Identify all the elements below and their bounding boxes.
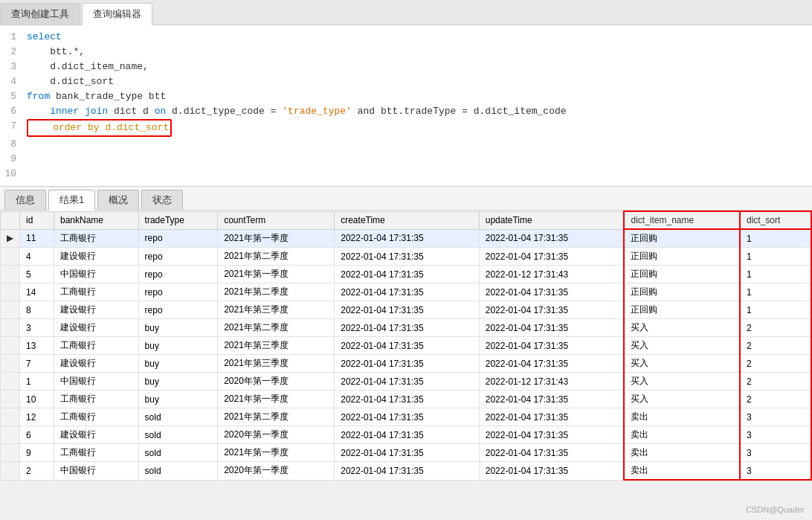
table-row[interactable]: ▶11工商银行repo2021年第一季度2022-01-04 17:31:352…: [1, 229, 812, 248]
table-cell: 建设银行: [54, 426, 138, 444]
table-cell: 2022-01-04 17:31:35: [335, 266, 480, 283]
table-cell: 2022-01-04 17:31:35: [479, 408, 624, 426]
table-row[interactable]: 13工商银行buy2021年第三季度2022-01-04 17:31:35202…: [1, 337, 812, 355]
table-row[interactable]: 2中国银行sold2020年第一季度2022-01-04 17:31:35202…: [1, 462, 812, 481]
table-cell: sold: [138, 426, 218, 444]
tab-query-editor[interactable]: 查询编辑器: [82, 3, 152, 25]
table-cell: 建设银行: [54, 355, 138, 373]
table-cell: 1: [740, 283, 811, 301]
table-cell: 5: [20, 266, 54, 283]
col-indicator: [1, 211, 20, 229]
table-cell: 2020年第一季度: [218, 373, 335, 391]
table-cell: 2022-01-04 17:31:35: [335, 319, 480, 337]
table-cell: buy: [138, 337, 218, 355]
table-cell: buy: [138, 373, 218, 391]
table-cell: 2022-01-04 17:31:35: [479, 229, 624, 248]
table-row[interactable]: 12工商银行sold2021年第二季度2022-01-04 17:31:3520…: [1, 408, 812, 426]
table-cell: 1: [740, 229, 811, 248]
line-content: select: [24, 30, 812, 45]
line-number: 8: [0, 137, 24, 152]
table-row[interactable]: 9工商银行sold2021年第一季度2022-01-04 17:31:35202…: [1, 444, 812, 462]
table-cell: 买入: [624, 337, 740, 355]
result-tab-结果1[interactable]: 结果1: [48, 190, 95, 211]
row-indicator: [1, 444, 20, 462]
table-cell: 7: [20, 355, 54, 373]
table-cell: 建设银行: [54, 248, 138, 266]
table-row[interactable]: 4建设银行repo2021年第二季度2022-01-04 17:31:35202…: [1, 248, 812, 266]
line-number: 6: [0, 104, 24, 119]
table-cell: buy: [138, 391, 218, 408]
table-cell: 11: [20, 229, 54, 248]
code-line-10: 10: [0, 167, 812, 182]
line-content: from bank_trade_type btt: [24, 89, 812, 104]
table-cell: 12: [20, 408, 54, 426]
table-cell: 2: [740, 337, 811, 355]
result-tab-bar: 信息结果1概况状态: [0, 187, 812, 211]
main-tab-bar: 查询创建工具 查询编辑器: [0, 0, 812, 25]
table-row[interactable]: 5中国银行repo2021年第一季度2022-01-04 17:31:35202…: [1, 266, 812, 283]
row-indicator: [1, 355, 20, 373]
code-editor[interactable]: 1select2 btt.*,3 d.dict_item_name,4 d.di…: [0, 25, 812, 187]
row-indicator: [1, 462, 20, 481]
table-cell: 买入: [624, 391, 740, 408]
row-indicator: [1, 248, 20, 266]
table-cell: 2022-01-04 17:31:35: [479, 319, 624, 337]
table-cell: 2022-01-04 17:31:35: [479, 355, 624, 373]
table-cell: sold: [138, 408, 218, 426]
line-number: 2: [0, 45, 24, 60]
table-cell: 中国银行: [54, 373, 138, 391]
table-cell: 6: [20, 426, 54, 444]
table-cell: 买入: [624, 319, 740, 337]
row-indicator: [1, 266, 20, 283]
table-cell: buy: [138, 319, 218, 337]
table-cell: 2022-01-04 17:31:35: [335, 283, 480, 301]
table-cell: 2022-01-04 17:31:35: [335, 355, 480, 373]
table-row[interactable]: 8建设银行repo2021年第三季度2022-01-04 17:31:35202…: [1, 301, 812, 319]
table-cell: 工商银行: [54, 391, 138, 408]
table-row[interactable]: 3建设银行buy2021年第二季度2022-01-04 17:31:352022…: [1, 319, 812, 337]
table-cell: 2022-01-04 17:31:35: [479, 301, 624, 319]
result-tab-信息[interactable]: 信息: [4, 190, 46, 210]
table-row[interactable]: 1中国银行buy2020年第一季度2022-01-04 17:31:352022…: [1, 373, 812, 391]
line-number: 4: [0, 74, 24, 89]
table-cell: 2022-01-04 17:31:35: [335, 391, 480, 408]
code-line-8: 8: [0, 137, 812, 152]
table-cell: 工商银行: [54, 408, 138, 426]
table-cell: 1: [740, 266, 811, 283]
table-cell: 买入: [624, 373, 740, 391]
table-cell: 3: [740, 444, 811, 462]
table-row[interactable]: 6建设银行sold2020年第一季度2022-01-04 17:31:35202…: [1, 426, 812, 444]
row-indicator: [1, 283, 20, 301]
table-cell: 2022-01-04 17:31:35: [479, 337, 624, 355]
code-line-7: 7 order by d.dict_sort: [0, 119, 812, 137]
tab-query-builder[interactable]: 查询创建工具: [0, 3, 80, 25]
col-header-id: id: [20, 211, 54, 229]
table-cell: buy: [138, 355, 218, 373]
table-cell: 2022-01-04 17:31:35: [335, 229, 480, 248]
table-row[interactable]: 10工商银行buy2021年第一季度2022-01-04 17:31:35202…: [1, 391, 812, 408]
col-header-countTerm: countTerm: [218, 211, 335, 229]
table-cell: 工商银行: [54, 229, 138, 248]
table-cell: 1: [740, 248, 811, 266]
table-cell: sold: [138, 462, 218, 481]
code-line-5: 5from bank_trade_type btt: [0, 89, 812, 104]
table-cell: 8: [20, 301, 54, 319]
line-number: 10: [0, 167, 24, 182]
line-number: 7: [0, 119, 24, 134]
table-cell: 2020年第一季度: [218, 426, 335, 444]
result-tab-状态[interactable]: 状态: [141, 190, 183, 210]
code-line-2: 2 btt.*,: [0, 45, 812, 60]
table-cell: 1: [20, 373, 54, 391]
result-tab-概况[interactable]: 概况: [97, 190, 139, 210]
table-cell: 2021年第三季度: [218, 301, 335, 319]
table-cell: repo: [138, 266, 218, 283]
col-header-dict_item_name: dict_item_name: [624, 211, 740, 229]
table-cell: 2021年第一季度: [218, 391, 335, 408]
table-cell: 4: [20, 248, 54, 266]
table-cell: 建设银行: [54, 301, 138, 319]
table-row[interactable]: 7建设银行buy2021年第三季度2022-01-04 17:31:352022…: [1, 355, 812, 373]
table-cell: 正回购: [624, 283, 740, 301]
table-row[interactable]: 14工商银行repo2021年第二季度2022-01-04 17:31:3520…: [1, 283, 812, 301]
line-content: btt.*,: [24, 45, 812, 60]
table-cell: 卖出: [624, 444, 740, 462]
